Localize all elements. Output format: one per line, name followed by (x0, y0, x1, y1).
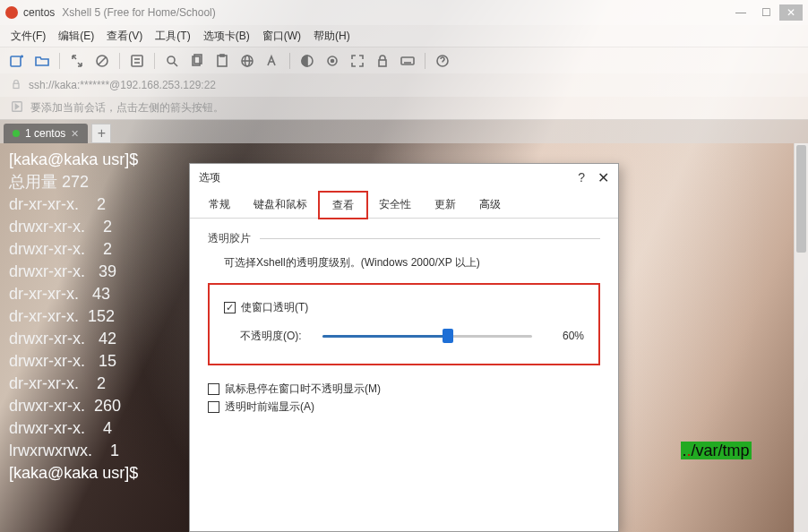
section-desc: 可选择Xshell的透明度级别。(Windows 2000/XP 以上) (208, 255, 600, 270)
minimize-button[interactable]: — (729, 4, 752, 21)
checkbox-label: 使窗口透明(T) (241, 300, 308, 315)
menu-view[interactable]: 查看(V) (107, 29, 142, 44)
opacity-value: 60% (545, 330, 584, 342)
dialog-help-button[interactable]: ? (578, 170, 585, 184)
terminal-line: drwxr-xr-x. 39 (9, 262, 116, 280)
globe-icon[interactable] (239, 53, 255, 69)
slider-thumb-icon[interactable] (443, 329, 453, 343)
dialog-title: 选项 (199, 170, 220, 185)
terminal-line: dr-xr-xr-x. 2 (9, 195, 106, 213)
terminal-line: dr-xr-xr-x. 152 (9, 307, 115, 325)
arrow-add-icon[interactable] (11, 100, 23, 116)
checkbox-icon (208, 401, 219, 413)
terminal-line: drwxr-xr-x. 4 (9, 419, 112, 437)
dialog-body: 透明胶片 可选择Xshell的透明度级别。(Windows 2000/XP 以上… (190, 219, 618, 430)
terminal-line: lrwxrwxrwx. 1 (9, 442, 119, 459)
menu-bar: 文件(F) 编辑(E) 查看(V) 工具(T) 选项卡(B) 窗口(W) 帮助(… (0, 25, 808, 47)
dialog-tabs: 常规 键盘和鼠标 查看 安全性 更新 高级 (190, 191, 618, 219)
session-tabstrip: 1 centos ✕ + (0, 120, 808, 143)
section-title: 透明胶片 (208, 231, 251, 246)
terminal-line: drwxr-xr-x. 42 (9, 330, 116, 348)
svg-line-4 (99, 57, 106, 64)
hint-bar: 要添加当前会话，点击左侧的箭头按钮。 (0, 97, 808, 120)
svg-rect-5 (132, 56, 142, 66)
terminal-line: [kaka@kaka usr]$ (9, 464, 138, 482)
checkbox-window-transparent[interactable]: ✓ 使窗口透明(T) (224, 300, 584, 315)
tab-update[interactable]: 更新 (423, 191, 468, 218)
svg-rect-0 (11, 56, 21, 66)
svg-rect-20 (379, 60, 386, 66)
tab-advanced[interactable]: 高级 (468, 191, 512, 218)
paste-icon[interactable] (214, 53, 230, 69)
terminal-line: dr-xr-xr-x. 2 (9, 374, 106, 392)
lock-small-icon (11, 79, 21, 92)
vertical-scrollbar[interactable] (794, 143, 808, 532)
checkbox-icon: ✓ (224, 302, 236, 313)
terminal-line: drwxr-xr-x. 260 (9, 397, 121, 415)
find-icon[interactable] (164, 53, 180, 69)
keyboard-icon[interactable] (400, 53, 416, 69)
menu-file[interactable]: 文件(F) (11, 29, 46, 44)
menu-tabs[interactable]: 选项卡(B) (203, 29, 250, 44)
status-dot-icon (13, 130, 20, 137)
dialog-close-button[interactable]: ✕ (597, 169, 609, 186)
disconnect-icon[interactable] (94, 53, 110, 69)
checkbox-icon (208, 383, 219, 395)
terminal-line: 总用量 272 (9, 173, 89, 191)
session-tab[interactable]: 1 centos ✕ (4, 124, 88, 143)
svg-rect-27 (13, 83, 19, 88)
tab-security[interactable]: 安全性 (367, 191, 423, 218)
menu-edit[interactable]: 编辑(E) (58, 29, 94, 44)
options-dialog: 选项 ? ✕ 常规 键盘和鼠标 查看 安全性 更新 高级 透明胶片 可选择Xsh… (189, 163, 619, 532)
opacity-label: 不透明度(O): (224, 329, 310, 344)
address-text[interactable]: ssh://kaka:*******@192.168.253.129:22 (29, 79, 216, 91)
menu-tools[interactable]: 工具(T) (155, 29, 190, 44)
svg-point-8 (168, 56, 175, 64)
highlight-icon[interactable] (324, 53, 340, 69)
reconnect-icon[interactable] (69, 53, 85, 69)
opacity-slider[interactable] (322, 328, 532, 344)
tab-general[interactable]: 常规 (197, 191, 242, 218)
checkbox-hover-opaque[interactable]: 鼠标悬停在窗口时不透明显示(M) (208, 382, 600, 397)
menu-window[interactable]: 窗口(W) (262, 29, 301, 44)
divider (260, 238, 600, 239)
svg-rect-21 (401, 57, 414, 64)
app-title: Xshell 5 (Free for Home/School) (62, 6, 215, 19)
terminal-line: drwxr-xr-x. 15 (9, 352, 116, 370)
session-tab-label: 1 centos (25, 127, 65, 140)
app-logo-icon (5, 6, 18, 19)
terminal-line: [kaka@kaka usr]$ (9, 150, 138, 168)
terminal-line: dr-xr-xr-x. 43 (9, 285, 110, 303)
menu-help[interactable]: 帮助(H) (314, 29, 350, 44)
close-button[interactable]: ✕ (779, 4, 803, 21)
fullscreen-icon[interactable] (349, 53, 365, 69)
checkbox-front-when-transparent[interactable]: 透明时前端显示(A) (208, 399, 600, 415)
maximize-button[interactable]: ☐ (754, 4, 778, 21)
help-icon[interactable] (434, 53, 451, 69)
dialog-titlebar: 选项 ? ✕ (190, 164, 618, 191)
main-toolbar (0, 47, 808, 73)
terminal-line: drwxr-xr-x. 2 (9, 240, 112, 258)
address-bar: ssh://kaka:*******@192.168.253.129:22 (0, 73, 808, 97)
svg-line-9 (174, 63, 177, 66)
session-name: centos (23, 6, 55, 19)
checkbox-label: 透明时前端显示(A) (225, 399, 314, 415)
tab-close-icon[interactable]: ✕ (71, 128, 79, 140)
tab-keyboard-mouse[interactable]: 键盘和鼠标 (242, 191, 319, 218)
open-session-icon[interactable] (34, 53, 50, 69)
terminal-line: drwxr-xr-x. 2 (9, 218, 112, 236)
hint-text: 要添加当前会话，点击左侧的箭头按钮。 (30, 100, 224, 116)
font-icon[interactable] (264, 53, 280, 69)
properties-icon[interactable] (129, 53, 145, 69)
highlight-box: ✓ 使窗口透明(T) 不透明度(O): 60% (208, 283, 600, 365)
svg-point-19 (331, 59, 334, 62)
add-tab-button[interactable]: + (91, 124, 111, 143)
new-session-icon[interactable] (9, 53, 25, 69)
checkbox-label: 鼠标悬停在窗口时不透明显示(M) (225, 382, 381, 397)
copy-icon[interactable] (189, 53, 205, 69)
terminal-link: ../var/tmp (681, 442, 752, 459)
tab-view[interactable]: 查看 (319, 192, 367, 219)
window-titlebar: centos Xshell 5 (Free for Home/School) —… (0, 0, 808, 25)
lock-icon[interactable] (374, 53, 391, 69)
color-scheme-icon[interactable] (299, 53, 315, 69)
